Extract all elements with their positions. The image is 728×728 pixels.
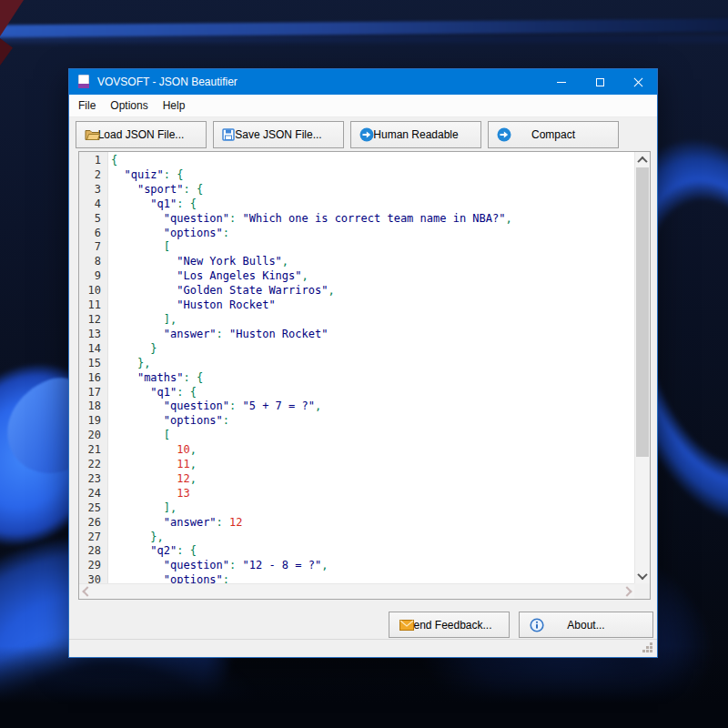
line-number: 17 — [79, 386, 107, 400]
code-text: "question": "5 + 7 = ?", — [107, 399, 321, 414]
button-label: Save JSON File... — [235, 128, 321, 141]
code-line: 20 [ — [79, 429, 634, 443]
line-number: 3 — [79, 183, 107, 197]
line-number: 29 — [79, 559, 107, 573]
line-number: 30 — [79, 573, 107, 583]
code-line: 6 "options": — [79, 227, 634, 241]
code-line: 1{ — [79, 154, 634, 168]
close-button[interactable] — [619, 69, 657, 95]
line-number: 19 — [79, 414, 107, 429]
line-number: 18 — [79, 399, 107, 414]
line-number: 24 — [79, 487, 107, 501]
code-text: "options": — [107, 414, 229, 429]
json-editor[interactable]: 1{2 "quiz": {3 "sport": {4 "q1": {5 "que… — [78, 151, 651, 600]
code-line: 19 "options": — [79, 414, 634, 429]
toolbar: Load JSON File... Save JSON File... Huma… — [69, 117, 657, 152]
code-text: [ — [107, 240, 170, 255]
code-line: 5 "question": "Which one is correct team… — [79, 212, 634, 227]
code-line: 24 13 — [79, 487, 634, 501]
close-icon — [633, 77, 643, 87]
titlebar[interactable]: VOVSOFT - JSON Beautifier — [69, 69, 657, 95]
code-text: }, — [107, 531, 164, 545]
code-text: "sport": { — [107, 183, 203, 197]
line-number: 22 — [79, 458, 107, 472]
line-number: 26 — [79, 516, 107, 531]
code-line: 4 "q1": { — [79, 197, 634, 212]
code-text: "q2": { — [107, 544, 197, 559]
code-line: 29 "question": "12 - 8 = ?", — [79, 559, 634, 573]
line-number: 20 — [79, 429, 107, 443]
button-label: About... — [567, 619, 604, 632]
send-feedback-button[interactable]: Send Feedback... — [389, 612, 510, 638]
scroll-left-button[interactable] — [79, 584, 95, 599]
code-text: "options": — [107, 227, 229, 241]
code-text: } — [107, 342, 157, 357]
window-controls — [542, 69, 657, 95]
about-button[interactable]: About... — [519, 612, 653, 638]
line-number: 2 — [79, 168, 107, 183]
editor-lines: 1{2 "quiz": {3 "sport": {4 "q1": {5 "que… — [79, 154, 634, 583]
menu-item-file[interactable]: File — [71, 96, 103, 116]
line-number: 16 — [79, 371, 107, 386]
code-text: "answer": "Huston Rocket" — [107, 328, 328, 342]
code-line: 22 11, — [79, 458, 634, 472]
resize-grip-icon[interactable] — [650, 650, 652, 652]
load-json-file-button[interactable]: Load JSON File... — [76, 121, 207, 148]
line-number: 25 — [79, 501, 107, 516]
code-line: 3 "sport": { — [79, 183, 634, 197]
code-line: 25 ], — [79, 501, 634, 516]
code-text: { — [107, 154, 117, 168]
scroll-right-button[interactable] — [619, 584, 634, 599]
statusbar — [69, 639, 657, 657]
code-text: "New York Bulls", — [107, 255, 288, 269]
line-number: 13 — [79, 328, 107, 342]
chevron-up-icon — [637, 156, 647, 166]
wallpaper-shape — [0, 646, 728, 728]
mail-icon — [399, 620, 414, 631]
code-line: 23 12, — [79, 472, 634, 487]
code-line: 2 "quiz": { — [79, 168, 634, 183]
maximize-button[interactable] — [581, 69, 619, 95]
save-json-file-button[interactable]: Save JSON File... — [213, 121, 344, 148]
code-text: "maths": { — [107, 371, 203, 386]
code-line: 15 }, — [79, 357, 634, 371]
line-number: 14 — [79, 342, 107, 357]
chevron-right-icon — [622, 586, 632, 596]
code-line: 13 "answer": "Huston Rocket" — [79, 328, 634, 342]
code-text: ], — [107, 501, 177, 516]
minimize-button[interactable] — [542, 69, 581, 95]
code-text: "options": — [107, 573, 229, 583]
human-readable-button[interactable]: Human Readable — [350, 121, 481, 148]
code-text: }, — [107, 357, 150, 371]
window-title: VOVSOFT - JSON Beautifier — [97, 76, 542, 88]
menu-item-options[interactable]: Options — [103, 96, 155, 116]
code-line: 11 "Huston Rocket" — [79, 298, 634, 313]
code-line: 21 10, — [79, 443, 634, 458]
folder-open-icon — [85, 129, 100, 141]
code-text: "answer": 12 — [107, 516, 243, 531]
code-line: 8 "New York Bulls", — [79, 255, 634, 269]
code-line: 9 "Los Angeles Kings", — [79, 269, 634, 284]
horizontal-scrollbar[interactable] — [79, 583, 634, 599]
scroll-up-button[interactable] — [635, 152, 650, 167]
code-text: ], — [107, 313, 177, 328]
line-number: 27 — [79, 531, 107, 545]
line-number: 28 — [79, 544, 107, 559]
vertical-scrollbar[interactable] — [634, 152, 650, 583]
code-text: "Los Angeles Kings", — [107, 269, 308, 284]
menu-item-help[interactable]: Help — [156, 96, 193, 116]
line-number: 5 — [79, 212, 107, 227]
code-line: 28 "q2": { — [79, 544, 634, 559]
scroll-down-button[interactable] — [635, 568, 650, 583]
line-number: 23 — [79, 472, 107, 487]
code-line: 16 "maths": { — [79, 371, 634, 386]
code-line: 27 }, — [79, 531, 634, 545]
code-text: "Golden State Warriros", — [107, 284, 335, 298]
code-line: 14 } — [79, 342, 634, 357]
code-line: 12 ], — [79, 313, 634, 328]
compact-button[interactable]: Compact — [488, 121, 619, 148]
vertical-scrollbar-thumb[interactable] — [636, 167, 649, 457]
line-number: 11 — [79, 298, 107, 313]
code-line: 30 "options": — [79, 573, 634, 583]
code-text: "question": "Which one is correct team n… — [107, 212, 512, 227]
